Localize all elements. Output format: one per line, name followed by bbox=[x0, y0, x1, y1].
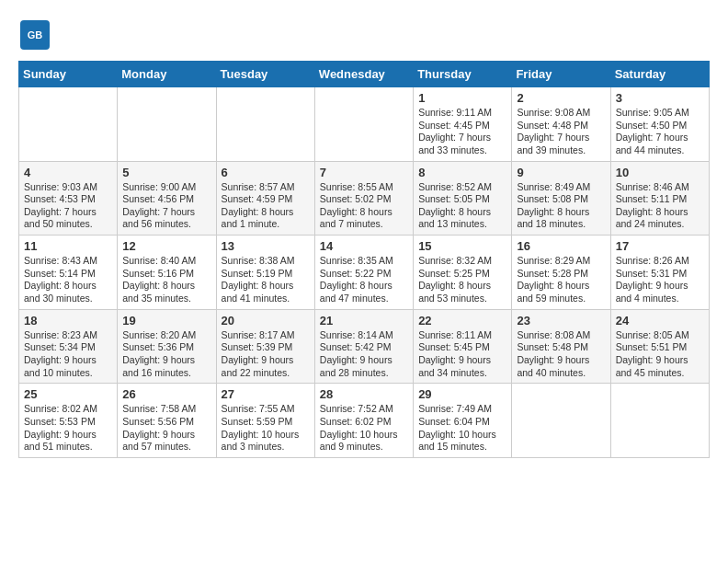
day-info: Sunrise: 8:57 AM bbox=[222, 181, 310, 194]
calendar-table: SundayMondayTuesdayWednesdayThursdayFrid… bbox=[18, 61, 710, 458]
day-info: and 50 minutes. bbox=[24, 218, 112, 231]
day-info: Sunrise: 8:29 AM bbox=[517, 255, 605, 268]
calendar-day-cell: 18Sunrise: 8:23 AMSunset: 5:34 PMDayligh… bbox=[19, 309, 118, 384]
day-info: and 24 minutes. bbox=[616, 218, 704, 231]
day-info: Sunrise: 9:03 AM bbox=[24, 181, 112, 194]
day-info: and 3 minutes. bbox=[222, 441, 310, 454]
day-info: Sunrise: 9:00 AM bbox=[122, 181, 210, 194]
day-info: and 34 minutes. bbox=[418, 367, 506, 380]
day-info: and 53 minutes. bbox=[418, 293, 506, 305]
day-info: Sunset: 5:14 PM bbox=[24, 268, 112, 281]
calendar-day-cell bbox=[118, 87, 216, 162]
day-number: 18 bbox=[24, 314, 112, 327]
day-info: Daylight: 8 hours bbox=[320, 280, 408, 293]
day-info: Sunset: 6:02 PM bbox=[320, 416, 408, 429]
calendar-day-cell: 29Sunrise: 7:49 AMSunset: 6:04 PMDayligh… bbox=[414, 384, 512, 458]
calendar-day-cell: 2Sunrise: 9:08 AMSunset: 4:48 PMDaylight… bbox=[512, 87, 610, 162]
day-info: and 18 minutes. bbox=[517, 218, 605, 231]
day-info: Daylight: 9 hours bbox=[418, 354, 506, 367]
page-header: GB bbox=[18, 18, 710, 52]
day-number: 17 bbox=[616, 239, 704, 253]
calendar-day-cell: 10Sunrise: 8:46 AMSunset: 5:11 PMDayligh… bbox=[610, 161, 709, 236]
day-info: and 33 minutes. bbox=[418, 144, 506, 157]
day-info: Sunset: 5:11 PM bbox=[616, 193, 704, 206]
calendar-day-cell: 19Sunrise: 8:20 AMSunset: 5:36 PMDayligh… bbox=[118, 309, 216, 384]
logo: GB bbox=[18, 18, 57, 52]
calendar-header-row: SundayMondayTuesdayWednesdayThursdayFrid… bbox=[19, 62, 710, 87]
day-info: Sunset: 5:53 PM bbox=[24, 416, 112, 429]
calendar-week-row: 4Sunrise: 9:03 AMSunset: 4:53 PMDaylight… bbox=[19, 161, 710, 236]
day-info: Daylight: 8 hours bbox=[122, 280, 210, 293]
day-info: Sunrise: 8:32 AM bbox=[418, 255, 506, 268]
calendar-week-row: 18Sunrise: 8:23 AMSunset: 5:34 PMDayligh… bbox=[19, 309, 710, 384]
calendar-day-cell: 14Sunrise: 8:35 AMSunset: 5:22 PMDayligh… bbox=[314, 236, 413, 310]
day-info: Sunrise: 8:17 AM bbox=[222, 329, 310, 342]
day-info: Daylight: 10 hours bbox=[320, 429, 408, 442]
day-number: 11 bbox=[24, 239, 112, 253]
day-info: Sunset: 5:59 PM bbox=[222, 416, 310, 429]
day-info: and 44 minutes. bbox=[616, 144, 704, 157]
day-number: 6 bbox=[222, 166, 310, 179]
day-info: Daylight: 8 hours bbox=[418, 280, 506, 293]
day-number: 24 bbox=[616, 314, 704, 327]
day-number: 27 bbox=[222, 387, 310, 401]
day-info: and 47 minutes. bbox=[320, 293, 408, 305]
day-number: 15 bbox=[418, 239, 506, 253]
day-of-week-header: Sunday bbox=[19, 62, 118, 87]
calendar-day-cell: 25Sunrise: 8:02 AMSunset: 5:53 PMDayligh… bbox=[19, 384, 118, 458]
calendar-day-cell: 12Sunrise: 8:40 AMSunset: 5:16 PMDayligh… bbox=[118, 236, 216, 310]
day-number: 20 bbox=[222, 314, 310, 327]
day-info: Daylight: 7 hours bbox=[616, 132, 704, 144]
calendar-day-cell: 17Sunrise: 8:26 AMSunset: 5:31 PMDayligh… bbox=[610, 236, 709, 310]
day-info: Sunrise: 8:20 AM bbox=[122, 329, 210, 342]
day-info: Sunset: 4:50 PM bbox=[616, 120, 704, 132]
day-info: Daylight: 9 hours bbox=[122, 354, 210, 367]
day-number: 3 bbox=[616, 91, 704, 105]
day-info: Daylight: 9 hours bbox=[517, 354, 605, 367]
calendar-day-cell: 1Sunrise: 9:11 AMSunset: 4:45 PMDaylight… bbox=[414, 87, 512, 162]
day-info: Daylight: 9 hours bbox=[616, 280, 704, 293]
day-info: Sunset: 5:08 PM bbox=[517, 193, 605, 206]
day-info: and 57 minutes. bbox=[122, 441, 210, 454]
day-number: 22 bbox=[418, 314, 506, 327]
day-info: Sunset: 5:42 PM bbox=[320, 341, 408, 354]
day-number: 16 bbox=[517, 239, 605, 253]
day-number: 21 bbox=[320, 314, 408, 327]
day-info: and 9 minutes. bbox=[320, 441, 408, 454]
calendar-day-cell bbox=[512, 384, 610, 458]
calendar-day-cell: 4Sunrise: 9:03 AMSunset: 4:53 PMDaylight… bbox=[19, 161, 118, 236]
day-info: Sunrise: 8:02 AM bbox=[24, 403, 112, 416]
day-number: 14 bbox=[320, 239, 408, 253]
day-info: Daylight: 9 hours bbox=[222, 354, 310, 367]
day-info: Sunset: 5:05 PM bbox=[418, 193, 506, 206]
day-info: Daylight: 8 hours bbox=[418, 206, 506, 219]
day-info: Sunset: 5:34 PM bbox=[24, 341, 112, 354]
day-info: and 15 minutes. bbox=[418, 441, 506, 454]
day-info: Sunrise: 8:05 AM bbox=[616, 329, 704, 342]
calendar-day-cell: 16Sunrise: 8:29 AMSunset: 5:28 PMDayligh… bbox=[512, 236, 610, 310]
day-info: Sunrise: 7:58 AM bbox=[122, 403, 210, 416]
day-info: Sunrise: 9:08 AM bbox=[517, 107, 605, 120]
calendar-day-cell bbox=[314, 87, 413, 162]
calendar-day-cell: 9Sunrise: 8:49 AMSunset: 5:08 PMDaylight… bbox=[512, 161, 610, 236]
day-info: Sunset: 4:56 PM bbox=[122, 193, 210, 206]
day-info: Sunrise: 7:52 AM bbox=[320, 403, 408, 416]
day-info: Sunset: 4:48 PM bbox=[517, 120, 605, 132]
calendar-day-cell: 7Sunrise: 8:55 AMSunset: 5:02 PMDaylight… bbox=[314, 161, 413, 236]
day-info: Sunset: 5:45 PM bbox=[418, 341, 506, 354]
day-number: 8 bbox=[418, 166, 506, 179]
day-number: 1 bbox=[418, 91, 506, 105]
day-number: 5 bbox=[122, 166, 210, 179]
calendar-day-cell: 11Sunrise: 8:43 AMSunset: 5:14 PMDayligh… bbox=[19, 236, 118, 310]
day-number: 10 bbox=[616, 166, 704, 179]
day-info: Sunrise: 7:49 AM bbox=[418, 403, 506, 416]
day-info: and 51 minutes. bbox=[24, 441, 112, 454]
day-info: and 59 minutes. bbox=[517, 293, 605, 305]
day-info: Sunset: 5:22 PM bbox=[320, 268, 408, 281]
calendar-day-cell: 15Sunrise: 8:32 AMSunset: 5:25 PMDayligh… bbox=[414, 236, 512, 310]
day-info: Sunset: 5:31 PM bbox=[616, 268, 704, 281]
day-info: Sunset: 4:59 PM bbox=[222, 193, 310, 206]
day-number: 28 bbox=[320, 387, 408, 401]
day-info: Sunset: 4:53 PM bbox=[24, 193, 112, 206]
calendar-week-row: 11Sunrise: 8:43 AMSunset: 5:14 PMDayligh… bbox=[19, 236, 710, 310]
